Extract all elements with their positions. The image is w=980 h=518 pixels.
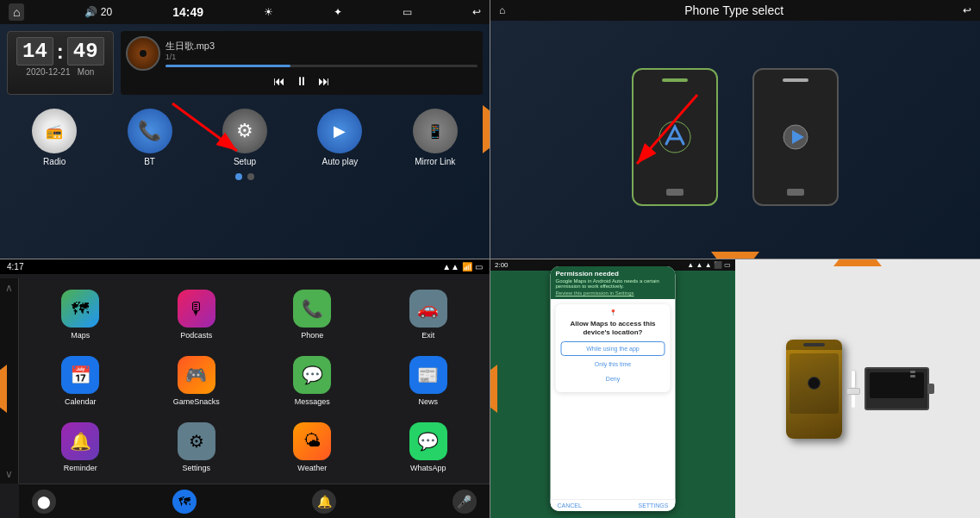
- notification-button[interactable]: 🔔: [312, 490, 336, 514]
- app-bt[interactable]: 📞 BT: [128, 109, 172, 166]
- phone-icon: 📞: [293, 290, 331, 328]
- while-using-button[interactable]: While using the app: [561, 341, 665, 356]
- whatsapp-label: WhatsApp: [410, 464, 446, 472]
- volume-display: 🔊 20: [84, 6, 112, 18]
- reminder-icon: 🔔: [61, 422, 99, 460]
- cable-segment-2: [852, 395, 855, 408]
- app-weather[interactable]: 🌤 Weather: [256, 415, 369, 478]
- maps-label: Maps: [71, 331, 90, 340]
- phone-select-topbar: ⌂ Phone Type select ↩: [490, 0, 980, 21]
- carplay-indicator: [783, 78, 808, 82]
- front-camera: [808, 377, 821, 390]
- phone-select-home-icon[interactable]: ⌂: [499, 4, 505, 16]
- scroll-down-button[interactable]: ∨: [5, 468, 13, 480]
- android-auto-icon: [658, 120, 692, 154]
- dot-1[interactable]: [235, 173, 242, 180]
- label-rst: [910, 375, 915, 378]
- bluetooth-icon: ✦: [334, 6, 342, 18]
- home-dot-button[interactable]: ⬤: [32, 490, 56, 514]
- app-exit[interactable]: 🚗 Exit: [372, 284, 485, 346]
- weather-icon: 🌤: [293, 422, 331, 460]
- app-radio[interactable]: 📻 Radio: [32, 109, 77, 166]
- phone-frame: Permission needed Google Maps in Android…: [551, 266, 676, 511]
- only-this-time-button[interactable]: Only this time: [561, 358, 665, 371]
- android-auto-grid-panel: 4:17 ▲▲ 📶 ▭ ∧ ∨ 🗺 Maps 🎙 Podcasts: [0, 259, 490, 518]
- app-reminder[interactable]: 🔔 Reminder: [24, 415, 137, 478]
- play-pause-button[interactable]: ⏸: [296, 74, 308, 88]
- app-gamesnacks[interactable]: 🎮 GameSnacks: [140, 350, 253, 413]
- clock-hour: 14: [16, 37, 53, 66]
- usb-connector-right: [787, 189, 804, 196]
- settings-action[interactable]: SETTINGS: [638, 502, 668, 509]
- phone-label: Phone: [301, 331, 323, 340]
- whatsapp-icon: 💬: [409, 422, 447, 460]
- app-news[interactable]: 📰 News: [372, 350, 485, 413]
- brightness-icon[interactable]: ☀: [264, 6, 273, 18]
- phone-signal: ▲ ▲ ▲ ⬛ ▭: [687, 261, 731, 269]
- phone-type-select-panel: ⌂ Phone Type select ↩: [490, 0, 980, 259]
- scroll-up-button[interactable]: ∧: [5, 282, 13, 294]
- next-button[interactable]: ⏭: [318, 74, 330, 88]
- podcasts-label: Podcasts: [180, 331, 212, 340]
- permission-dialog-panel: 2:00 ▲ ▲ ▲ ⬛ ▭ Permission needed Google …: [490, 259, 735, 518]
- app-radio-label: Radio: [43, 157, 66, 166]
- reminder-label: Reminder: [64, 464, 97, 472]
- maps-shortcut-button[interactable]: 🗺: [172, 490, 197, 514]
- android-time: 4:17: [7, 262, 23, 271]
- wifi-icon: ▲▲: [442, 262, 459, 271]
- exit-icon: 🚗: [409, 290, 447, 328]
- phone-select-title: Phone Type select: [684, 3, 783, 17]
- car-screen: [870, 372, 924, 398]
- app-auto-label: Auto play: [322, 157, 359, 166]
- permission-review-link[interactable]: Review this permission in Settings: [556, 290, 671, 296]
- android-statusbar: 4:17 ▲▲ 📶 ▭: [0, 259, 490, 274]
- prev-button[interactable]: ⏮: [273, 74, 285, 88]
- arrow-to-panel3: [490, 365, 497, 413]
- app-whatsapp[interactable]: 💬 WhatsApp: [372, 415, 485, 478]
- arrow-to-panel5: [711, 252, 759, 259]
- app-phone[interactable]: 📞 Phone: [256, 284, 369, 346]
- back-icon[interactable]: ↩: [472, 6, 481, 18]
- voice-button[interactable]: 🎤: [453, 490, 477, 514]
- car-head-unit-device: [865, 367, 929, 410]
- cancel-action[interactable]: CANCEL: [558, 502, 582, 509]
- settings-icon: ⚙: [178, 422, 215, 460]
- music-title: 生日歌.mp3: [165, 40, 478, 53]
- permission-title: Permission needed: [556, 270, 671, 278]
- app-messages[interactable]: 💬 Messages: [256, 350, 369, 413]
- phone-select-back-icon[interactable]: ↩: [963, 4, 971, 16]
- side-controls: [910, 371, 915, 378]
- calendar-label: Calendar: [65, 397, 97, 406]
- android-auto-option[interactable]: [632, 68, 718, 206]
- battery-icon: ▭: [403, 6, 412, 18]
- head-unit-topbar: ⌂ 🔊 20 14:49 ☀ ✦ ▭ ↩: [0, 0, 490, 24]
- app-podcasts[interactable]: 🎙 Podcasts: [140, 284, 253, 346]
- clock-widget: 14 : 49 2020-12-21 Mon: [7, 31, 114, 95]
- news-icon: 📰: [409, 356, 447, 394]
- usb-cable: [846, 371, 860, 408]
- widgets-area: 14 : 49 2020-12-21 Mon 生日歌.mp3 1/1: [0, 24, 490, 102]
- usb-connection-panel: [735, 259, 980, 518]
- app-mirror-link[interactable]: 📱 Mirror Link: [413, 109, 458, 166]
- maps-icon: 🗺: [61, 290, 99, 328]
- app-setup[interactable]: ⚙ Setup: [222, 109, 267, 166]
- smartphone-device: [786, 340, 842, 439]
- app-calendar[interactable]: 📅 Calendar: [24, 350, 137, 413]
- settings-label: Settings: [182, 464, 210, 472]
- app-settings[interactable]: ⚙ Settings: [140, 415, 253, 478]
- dot-2[interactable]: [247, 173, 254, 180]
- news-label: News: [418, 397, 438, 406]
- messages-icon: 💬: [293, 356, 331, 394]
- permission-subtitle: Google Maps in Android Auto needs a cert…: [556, 278, 671, 289]
- location-icon-area: 📍: [561, 309, 665, 316]
- app-setup-label: Setup: [234, 157, 256, 166]
- cable-segment: [852, 371, 855, 388]
- usb-connector-left: [666, 189, 684, 196]
- app-auto-play[interactable]: ▶ Auto play: [317, 109, 362, 166]
- app-bt-label: BT: [144, 157, 155, 166]
- deny-button[interactable]: Deny: [561, 372, 665, 385]
- music-controls: ⏮ ⏸ ⏭: [126, 74, 478, 88]
- app-maps[interactable]: 🗺 Maps: [24, 284, 137, 346]
- carplay-option[interactable]: [752, 68, 839, 206]
- home-icon[interactable]: ⌂: [9, 3, 24, 21]
